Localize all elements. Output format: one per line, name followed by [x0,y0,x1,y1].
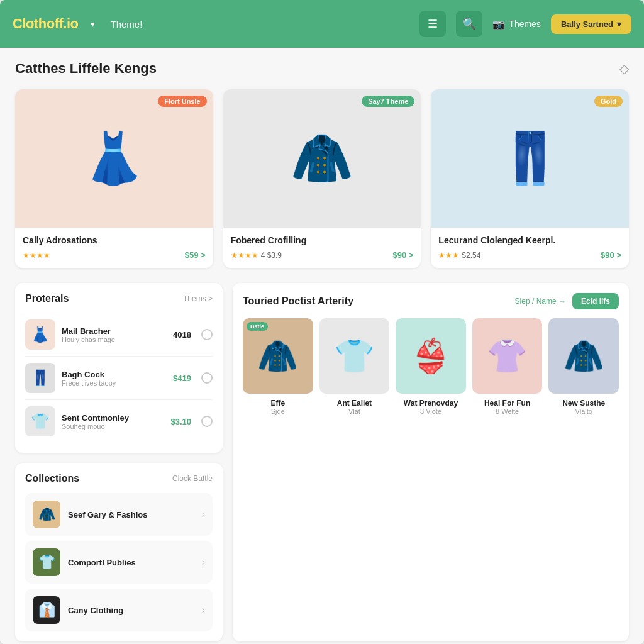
featured-badge: Say7 Theme [362,96,414,107]
trend-sub: Frece tlives taopy [62,379,167,387]
featured-card-2[interactable]: 👖 Gold Lecurand Clolenged Keerpl. ★★★$2.… [431,89,629,268]
logo: Clothoff.io [13,16,78,32]
logo-accent: .io [63,16,78,31]
bookmark-icon[interactable]: ◇ [619,61,629,76]
collection-item-2[interactable]: 👔 Cany Clothing › [25,589,213,631]
themes-button[interactable]: 📷 Themes [492,18,541,30]
menu-button[interactable]: ☰ [419,11,446,37]
products-title: Touried Poctist Arterity [243,296,353,307]
featured-img-icon: 🧥 [291,129,353,188]
product-sub: Sjde [243,408,313,415]
featured-price[interactable]: $59 > [185,250,206,260]
trend-select-circle[interactable] [201,372,213,384]
featured-card-0[interactable]: 👗 Flort Unsle Cally Adrosations ★★★★ $59… [15,89,213,268]
themes-label: Themes [509,19,541,29]
collection-item-1[interactable]: 👕 Comportl Publies › [25,541,213,584]
search-button[interactable]: 🔍 [456,11,482,37]
product-img-icon: 👚 [487,337,528,375]
collections-link[interactable]: Clock Battle [172,474,213,483]
featured-stars: ★★★★4 $3.9 [231,249,282,260]
featured-card-1[interactable]: 🧥 Say7 Theme Fobered Crofilling ★★★★4 $3… [223,89,421,268]
product-img-wrap: 👚 [472,318,543,394]
trending-items: 👗 Mail Bracher Houly chas mage 4018 👖 Ba… [25,313,213,443]
featured-info: Fobered Crofilling ★★★★4 $3.9 $90 > [223,228,421,268]
collection-thumb: 👕 [33,548,60,576]
products-header: Touried Poctist Arterity Slep / Name → E… [243,293,619,309]
header: Clothoff.io ▾ Theme! ☰ 🔍 📷 Themes Bally … [0,0,644,48]
product-img-wrap: 🧥 [548,318,619,394]
product-card-4[interactable]: 🧥 New Susthe Vlaito [548,318,619,415]
trend-item-1[interactable]: 👖 Bagh Cock Frece tlives taopy $419 [25,357,213,400]
featured-stars: ★★★$2.54 [438,249,480,260]
product-card-1[interactable]: 👕 Ant Ealiet Vlat [319,318,390,415]
user-button[interactable]: Bally Sartned ▾ [551,14,631,34]
featured-img-bg: 👗 [15,89,213,228]
product-img-icon: 👕 [334,337,375,375]
user-label: Bally Sartned [561,19,613,29]
product-img-wrap: 👕 [319,318,390,394]
trend-price: $3.10 [170,417,191,426]
collections-title: Collections [25,473,79,484]
trending-title: Proterals [25,293,69,304]
featured-bottom: ★★★$2.54 $90 > [438,249,621,260]
product-card-2[interactable]: 👙 Wat Prenovday 8 Viote [396,318,466,415]
trend-item-2[interactable]: 👕 Sent Contmoniey Souheg mouo $3.10 [25,400,213,443]
featured-grid: 👗 Flort Unsle Cally Adrosations ★★★★ $59… [15,89,629,268]
header-theme-label: Theme! [110,19,142,30]
trend-thumb: 👖 [25,363,55,393]
collections-panel: Collections Clock Battle 🧥 Seef Gary & F… [15,463,223,641]
trend-item-0[interactable]: 👗 Mail Bracher Houly chas mage 4018 [25,313,213,357]
product-card-0[interactable]: Batie 🧥 Effe Sjde [243,318,313,415]
collection-chevron-icon: › [202,509,205,520]
featured-img-icon: 👖 [499,129,562,188]
trend-name: Bagh Cock [62,370,167,379]
featured-img-icon: 👗 [82,129,145,188]
trend-select-circle[interactable] [201,416,213,427]
product-name: Effe [243,399,313,408]
collection-name: Comportl Publies [68,558,194,567]
collection-thumb: 🧥 [33,501,60,528]
featured-img-wrap: 🧥 Say7 Theme [223,89,421,228]
featured-name: Cally Adrosations [23,235,206,245]
collection-thumb: 👔 [33,596,60,624]
collection-name: Cany Clothing [68,606,194,615]
trending-panel: Proterals Thems > 👗 Mail Bracher Houly c… [15,283,223,453]
product-sub: Vlat [319,408,390,415]
edit-button[interactable]: Ecld Ilfs [572,293,619,309]
featured-bottom: ★★★★ $59 > [23,249,206,260]
featured-price[interactable]: $90 > [392,250,413,260]
featured-img-wrap: 👗 Flort Unsle [15,89,213,228]
trend-name: Sent Contmoniey [62,413,164,423]
trend-sub: Souheg mouo [62,423,164,430]
product-img-icon: 🧥 [257,337,298,375]
collection-chevron-icon: › [202,604,205,616]
featured-badge: Flort Unsle [158,96,206,107]
trend-select-circle[interactable] [201,329,213,340]
header-dropdown[interactable]: ▾ [91,19,95,29]
trending-header: Proterals Thems > [25,293,213,304]
sort-button[interactable]: Slep / Name → [515,297,566,306]
featured-name: Lecurand Clolenged Keerpl. [438,235,621,245]
trend-price: $419 [173,374,191,383]
trend-info: Bagh Cock Frece tlives taopy [62,370,167,387]
collection-items: 🧥 Seef Gary & Fashios › 👕 Comportl Publi… [25,493,213,631]
product-name: Wat Prenovday [396,399,466,408]
search-icon: 🔍 [462,17,476,31]
products-actions: Slep / Name → Ecld Ilfs [515,293,619,309]
app-screen: Clothoff.io ▾ Theme! ☰ 🔍 📷 Themes Bally … [0,0,644,644]
featured-info: Lecurand Clolenged Keerpl. ★★★$2.54 $90 … [431,228,629,268]
collection-chevron-icon: › [202,557,205,568]
product-name: Ant Ealiet [319,399,390,408]
product-name: Heal For Fun [472,399,543,408]
featured-price[interactable]: $90 > [601,250,621,260]
featured-bottom: ★★★★4 $3.9 $90 > [231,249,414,260]
left-panel: Proterals Thems > 👗 Mail Bracher Houly c… [15,283,223,641]
product-img-icon: 👙 [410,337,451,375]
trending-link[interactable]: Thems > [183,294,213,303]
page-title: Catthes Liffele Kengs [15,60,157,77]
featured-badge: Gold [594,96,623,107]
collection-name: Seef Gary & Fashios [68,510,194,519]
collection-item-0[interactable]: 🧥 Seef Gary & Fashios › [25,493,213,536]
product-card-3[interactable]: 👚 Heal For Fun 8 Welte [472,318,543,415]
featured-img-wrap: 👖 Gold [431,89,629,228]
